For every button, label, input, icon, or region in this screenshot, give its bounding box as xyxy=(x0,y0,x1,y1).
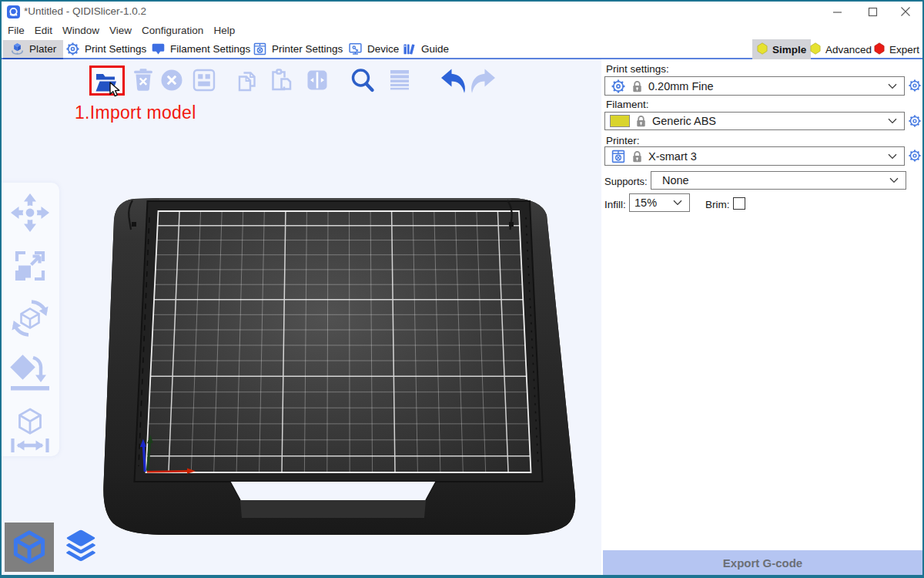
tab-label: Guide xyxy=(421,43,449,55)
printer-icon xyxy=(611,149,626,164)
copy-button[interactable] xyxy=(234,66,262,96)
plate-clip-dot-left xyxy=(132,222,136,227)
3d-editor-view-button[interactable] xyxy=(5,523,54,572)
scale-tool-button[interactable] xyxy=(7,243,53,289)
filament-color-swatch xyxy=(610,115,630,127)
bed-surface xyxy=(146,211,531,472)
infill-label: Infill: xyxy=(604,199,626,210)
menu-configuration[interactable]: Configuration xyxy=(137,23,209,39)
supports-combo[interactable]: None xyxy=(651,171,906,190)
filament-gear-button[interactable] xyxy=(908,114,922,128)
arrange-icon xyxy=(190,66,218,96)
main-area: 1.Import model Print settings: xyxy=(2,59,922,575)
menu-window[interactable]: Window xyxy=(58,23,105,39)
tab-printer-settings[interactable]: Printer Settings xyxy=(246,40,350,58)
chevron-down-icon xyxy=(673,200,682,206)
print-settings-combo[interactable]: 0.20mm Fine xyxy=(604,76,905,96)
close-button[interactable] xyxy=(889,2,922,22)
delete-all-button[interactable] xyxy=(158,66,186,96)
delete-icon xyxy=(129,66,157,96)
printer-gear-button[interactable] xyxy=(908,149,922,163)
tab-plater[interactable]: Plater xyxy=(3,40,63,58)
mode-label: Expert xyxy=(889,44,919,55)
paste-icon xyxy=(268,66,296,96)
search-icon xyxy=(348,66,376,96)
move-icon xyxy=(7,190,53,236)
tab-guide[interactable]: Guide xyxy=(395,40,456,58)
filament-combo[interactable]: Generic ABS xyxy=(604,112,905,130)
tab-label: Print Settings xyxy=(85,43,146,55)
menu-help[interactable]: Help xyxy=(209,23,240,39)
measure-tool-button[interactable] xyxy=(7,406,53,454)
rotate-tool-button[interactable] xyxy=(7,295,53,341)
move-tool-button[interactable] xyxy=(7,190,53,236)
place-on-face-icon xyxy=(7,350,53,396)
window-title: *Untitled - QIDISlicer-1.0.2 xyxy=(24,5,146,17)
maximize-button[interactable] xyxy=(855,2,889,22)
place-on-face-tool-button[interactable] xyxy=(7,350,53,396)
maximize-icon xyxy=(868,7,878,17)
mode-advanced[interactable]: Advanced xyxy=(805,39,876,59)
lock-icon xyxy=(632,80,642,92)
brim-checkbox[interactable] xyxy=(733,197,745,210)
close-icon xyxy=(900,6,911,17)
supports-value: None xyxy=(662,174,689,187)
infill-combo[interactable]: 15% xyxy=(629,193,690,212)
mode-simple[interactable]: Simple xyxy=(752,39,811,59)
printer-combo[interactable]: X-smart 3 xyxy=(604,146,905,166)
app-window: *Untitled - QIDISlicer-1.0.2 File Edit W… xyxy=(0,0,924,578)
print-settings-gear-button[interactable] xyxy=(908,79,922,92)
tab-label: Filament Settings xyxy=(170,43,250,55)
device-icon xyxy=(348,42,363,56)
search-button[interactable] xyxy=(348,66,376,96)
menu-bar: File Edit Window View Configuration Help xyxy=(2,22,922,40)
tab-print-settings[interactable]: Print Settings xyxy=(59,40,153,58)
filament-preset-value: Generic ABS xyxy=(652,115,716,127)
plate-clip-dot-right xyxy=(509,222,514,227)
print-settings-icon xyxy=(65,42,80,56)
rotate-icon xyxy=(7,295,53,341)
printer-settings-icon xyxy=(253,42,267,56)
chevron-down-icon xyxy=(889,177,899,183)
preview-view-button[interactable] xyxy=(57,523,105,572)
menu-file[interactable]: File xyxy=(2,23,29,39)
tab-bar: Plater Print Settings Filament Settings … xyxy=(2,39,922,59)
split-objects-icon xyxy=(303,66,331,96)
delete-button[interactable] xyxy=(129,66,157,96)
mode-expert[interactable]: Expert xyxy=(869,39,924,59)
3d-viewport[interactable]: 1.Import model xyxy=(2,59,601,575)
menu-edit[interactable]: Edit xyxy=(29,23,57,39)
filament-label: Filament: xyxy=(606,99,649,110)
filament-settings-icon xyxy=(151,42,166,56)
redo-icon xyxy=(470,66,497,96)
tab-label: Printer Settings xyxy=(272,43,343,55)
guide-icon xyxy=(402,42,417,56)
variable-layer-height-button[interactable] xyxy=(386,66,413,96)
brim-label: Brim: xyxy=(705,199,730,210)
import-annotation: 1.Import model xyxy=(75,102,196,123)
paste-button[interactable] xyxy=(268,66,296,96)
build-plate-3d[interactable] xyxy=(2,59,601,573)
mode-label: Advanced xyxy=(825,44,872,55)
export-gcode-button[interactable]: Export G-code xyxy=(603,550,922,575)
minimize-button[interactable] xyxy=(820,2,854,22)
app-logo-icon xyxy=(7,5,20,18)
variable-layer-height-icon xyxy=(386,66,413,96)
expert-hexagon-icon xyxy=(874,42,885,57)
title-bar: *Untitled - QIDISlicer-1.0.2 xyxy=(2,2,922,22)
redo-button[interactable] xyxy=(470,66,497,96)
copy-icon xyxy=(234,66,262,96)
3d-editor-view-icon xyxy=(12,529,47,565)
menu-view[interactable]: View xyxy=(105,23,137,39)
tab-filament-settings[interactable]: Filament Settings xyxy=(144,40,257,58)
scale-icon xyxy=(7,243,53,289)
chevron-down-icon xyxy=(888,118,897,124)
split-objects-button[interactable] xyxy=(303,66,331,96)
undo-button[interactable] xyxy=(439,66,467,96)
lock-icon xyxy=(632,150,642,163)
arrange-button[interactable] xyxy=(190,66,218,96)
plater-icon xyxy=(10,42,25,56)
minimize-icon xyxy=(832,7,842,17)
plate-front-lowered-rim xyxy=(240,500,426,518)
print-profile-gear-icon xyxy=(611,79,626,94)
